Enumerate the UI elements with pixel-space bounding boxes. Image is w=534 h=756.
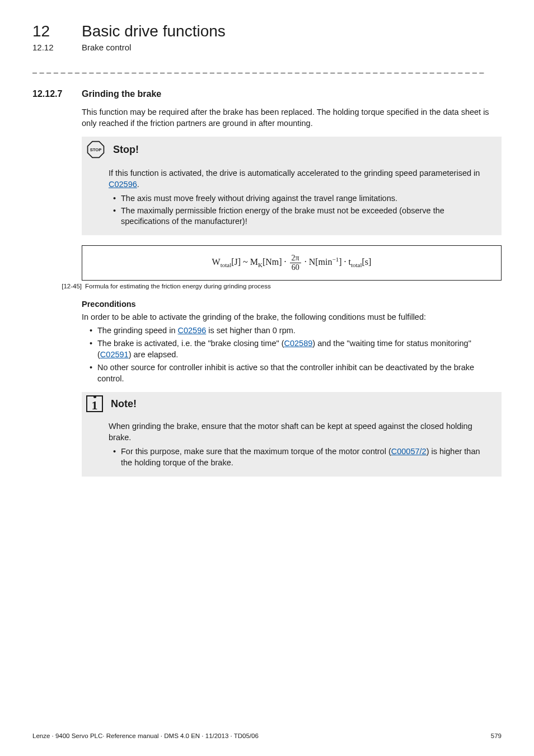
chapter-title: Basic drive functions: [82, 22, 226, 40]
stop-title: Stop!: [113, 144, 139, 156]
list-item: The brake is activated, i.e. the "brake …: [91, 338, 502, 360]
link-c00057-2[interactable]: C00057/2: [391, 447, 427, 456]
note-body-text: When grinding the brake, ensure that the…: [109, 421, 493, 443]
formula-caption-text: Formula for estimating the friction ener…: [85, 283, 271, 290]
link-c02596[interactable]: C02596: [178, 326, 207, 335]
link-c02591[interactable]: C02591: [100, 350, 129, 359]
preconditions-heading: Preconditions: [82, 300, 502, 309]
stop-body-text: If this function is activated, the drive…: [109, 169, 480, 178]
list-item: The grinding speed in C02596 is set high…: [91, 325, 502, 337]
list-item: No other source for controller inhibit i…: [91, 362, 502, 384]
note-callout: 1 Note! When grinding the brake, ensure …: [82, 392, 502, 476]
formula-box: Wtotal[J] ~ MK[Nm] · 2π60 · N[min−1] · t…: [82, 245, 502, 281]
divider: _ _ _ _ _ _ _ _ _ _ _ _ _ _ _ _ _ _ _ _ …: [32, 64, 502, 73]
stop-list-item: The maximally permissible friction energ…: [115, 206, 493, 227]
preconditions-lead: In order to be able to activate the grin…: [82, 312, 502, 323]
link-c02589[interactable]: C02589: [284, 339, 312, 348]
stop-callout: STOP Stop! If this function is activated…: [82, 137, 502, 235]
section-number: 12.12: [32, 43, 66, 52]
footer-left: Lenze · 9400 Servo PLC· Reference manual…: [32, 732, 259, 739]
section-title: Brake control: [82, 43, 131, 52]
subsection-number: 12.12.7: [32, 89, 69, 99]
formula-caption-tag: [12-45]: [32, 283, 85, 290]
info-icon: 1: [86, 395, 103, 412]
subsection-title: Grinding the brake: [82, 89, 161, 99]
note-title: Note!: [111, 398, 137, 410]
page-number: 579: [491, 732, 502, 739]
chapter-number: 12: [32, 22, 66, 40]
note-list-item: For this purpose, make sure that the max…: [115, 446, 493, 468]
link-c02596[interactable]: C02596: [109, 180, 137, 189]
intro-paragraph: This function may be required after the …: [82, 107, 502, 129]
stop-list-item: The axis must move freely without drivin…: [115, 193, 493, 204]
svg-text:STOP: STOP: [90, 148, 102, 153]
stop-icon: STOP: [86, 140, 105, 159]
